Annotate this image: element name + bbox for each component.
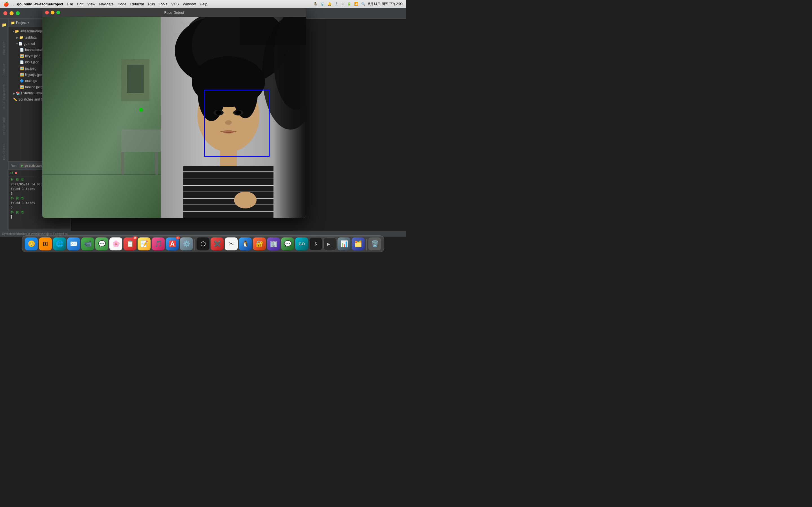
restart-icon[interactable]: ↺ (10, 171, 13, 175)
run-label: Run: (11, 164, 17, 167)
tree-item-label: idols.json (25, 60, 39, 64)
status-text: Sync dependencies of awesomeProject: Fin… (2, 232, 68, 235)
tree-item-label: testdata (24, 36, 37, 40)
window-controls (3, 11, 20, 15)
dock-launchpad[interactable]: ⊞ (39, 237, 52, 250)
fd-close-button[interactable] (45, 11, 49, 14)
menu-vcs[interactable]: VCS (171, 2, 179, 6)
dock-iterm[interactable]: ⬡ (197, 237, 209, 250)
menu-run[interactable]: Run (148, 2, 155, 6)
wechat-icon: 💬 (284, 240, 292, 247)
dock-facetime[interactable]: 📹 (81, 237, 94, 250)
minimize-button[interactable] (10, 11, 13, 15)
menu-navigate[interactable]: Navigate (99, 2, 114, 6)
tree-item-label: linjunjie.jpeg (25, 73, 44, 76)
teams-icon: 🏢 (270, 240, 277, 247)
pull-requests-label: Pull Requests (3, 84, 6, 108)
dock-teams[interactable]: 🏢 (267, 237, 280, 250)
menu-code[interactable]: Code (117, 2, 126, 6)
svg-rect-4 (121, 129, 161, 152)
scratch-icon: ✏️ (13, 98, 17, 101)
app-name[interactable]: __go_build_awesomeProject (13, 2, 63, 6)
stop-icon[interactable]: ■ (15, 171, 17, 175)
menu-refactor[interactable]: Refactor (130, 2, 144, 6)
dock-mail[interactable]: ✉️ (67, 237, 80, 250)
menubar-left: 🍎 __go_build_awesomeProject File Edit Vi… (3, 1, 207, 7)
menubar: 🍎 __go_build_awesomeProject File Edit Vi… (0, 0, 406, 8)
project-icon[interactable]: 📁 (0, 21, 8, 29)
dock-mosaic[interactable]: 🗂️ (352, 237, 364, 250)
iterm-icon: ⬡ (200, 240, 206, 247)
dock: 😊 ⊞ 🌐 ✉️ 📹 💬 🌸 📋 10 📝 🎵 🅰️ 6 ⚙️ (22, 235, 384, 252)
file-icon: 📄 (20, 48, 24, 52)
dashlane-icon: 🔐 (256, 240, 263, 247)
svg-rect-6 (155, 152, 158, 175)
menu-view[interactable]: View (87, 2, 95, 6)
svg-rect-61 (240, 17, 306, 45)
close-button[interactable] (3, 11, 7, 15)
menu-edit[interactable]: Edit (77, 2, 83, 6)
menu-window[interactable]: Window (183, 2, 196, 6)
reminders-badge: 10 (133, 236, 138, 239)
svg-rect-5 (121, 152, 124, 175)
search-icon[interactable]: 🔍 (361, 2, 365, 6)
dock-messages[interactable]: 💬 (95, 237, 108, 250)
dock-appstore[interactable]: 🅰️ 6 (166, 237, 179, 250)
music-icon: 🎵 (154, 240, 162, 247)
dock-sysprefs[interactable]: ⚙️ (180, 237, 193, 250)
fd-window-controls (45, 11, 60, 14)
launchpad-icon: ⊞ (43, 240, 48, 247)
apple-menu[interactable]: 🍎 (3, 1, 9, 7)
clock: 5月14日 周五 下午2:09 (368, 2, 403, 6)
dock-qq[interactable]: 🐧 (239, 237, 252, 250)
fd-min-button[interactable] (51, 11, 54, 14)
project-header-label: Project (16, 21, 27, 25)
face-detect-window: Face Detect (42, 8, 306, 218)
menu-help[interactable]: Help (200, 2, 207, 6)
dock-notion[interactable]: ✂ (225, 237, 238, 250)
dock-istat[interactable]: 📊 (338, 237, 350, 250)
svg-rect-0 (42, 17, 161, 218)
dock-wechat[interactable]: 💬 (281, 237, 294, 250)
root-folder-icon: 📂 (15, 29, 19, 33)
project-header-title[interactable]: 📁 Project ▾ (11, 21, 29, 25)
facetime-icon: 📹 (84, 240, 92, 247)
maximize-button[interactable] (16, 11, 20, 15)
menu-file[interactable]: File (67, 2, 73, 6)
dock-notes[interactable]: 📝 (138, 237, 151, 250)
dock-photos[interactable]: 🌸 (109, 237, 122, 250)
menu-tools[interactable]: Tools (159, 2, 167, 6)
dock-goland[interactable]: GO (295, 237, 308, 250)
dock-trash[interactable]: 🗑️ (368, 237, 381, 250)
dock-wps[interactable]: ✖️ (211, 237, 223, 250)
dock-separator (195, 239, 195, 250)
svg-rect-2 (127, 65, 144, 93)
arrow-icon: ▾ (16, 42, 18, 45)
folder-icon: 📁 (11, 21, 15, 25)
dock-music[interactable]: 🎵 (152, 237, 165, 250)
commit-label: Commit (3, 63, 6, 75)
tree-item-label: heyin.jpeg (25, 54, 41, 58)
istat-icon: 📊 (340, 240, 348, 247)
img-icon: 🖼️ (20, 85, 24, 89)
dock-dashlane[interactable]: 🔐 (253, 237, 266, 250)
fd-max-button[interactable] (56, 11, 60, 14)
dock-edge[interactable]: 🌐 (53, 237, 66, 250)
appstore-icon: 🅰️ (168, 240, 176, 247)
trash-icon: 🗑️ (371, 240, 378, 247)
dock-iterm2[interactable]: ▶_ (323, 237, 336, 250)
folder-icon: 📁 (19, 36, 23, 40)
dock-reminders[interactable]: 📋 10 (123, 237, 137, 250)
fd-content (42, 17, 306, 218)
arrow-icon: ▶ (13, 92, 15, 95)
json-icon: 📄 (20, 60, 24, 64)
library-icon: 📚 (16, 91, 20, 95)
dock-terminal[interactable]: $ (309, 237, 322, 250)
arrow-icon: ▶ (16, 36, 18, 39)
arrow-icon: ▾ (13, 30, 14, 33)
terminal-icon: $ (315, 242, 317, 246)
photos-icon: 🌸 (112, 240, 120, 247)
dock-finder[interactable]: 😊 (25, 237, 38, 250)
mosaic-icon: 🗂️ (354, 240, 362, 247)
tree-item-label: taozhe.jpeg (25, 85, 43, 89)
